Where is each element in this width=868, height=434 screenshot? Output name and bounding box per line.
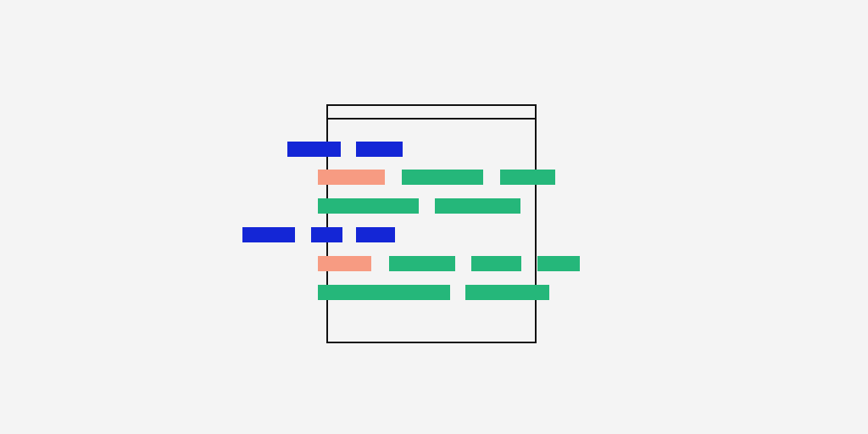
- code-bar: [356, 142, 403, 157]
- code-bar: [500, 170, 555, 185]
- code-bar: [471, 256, 521, 271]
- window-frame: [326, 104, 537, 343]
- code-bar: [389, 256, 455, 271]
- illustration-canvas: [0, 0, 868, 434]
- window-titlebar-divider: [328, 118, 535, 120]
- code-bar: [318, 198, 419, 214]
- code-bar: [402, 170, 483, 185]
- code-bar: [318, 170, 385, 185]
- code-bar: [311, 227, 342, 242]
- code-bar: [537, 256, 580, 271]
- code-bar: [318, 256, 371, 271]
- code-bar: [287, 142, 341, 157]
- code-bar: [435, 198, 520, 214]
- code-bar: [242, 227, 295, 242]
- code-bar: [356, 227, 395, 242]
- code-bar: [318, 285, 450, 300]
- code-bar: [465, 285, 549, 300]
